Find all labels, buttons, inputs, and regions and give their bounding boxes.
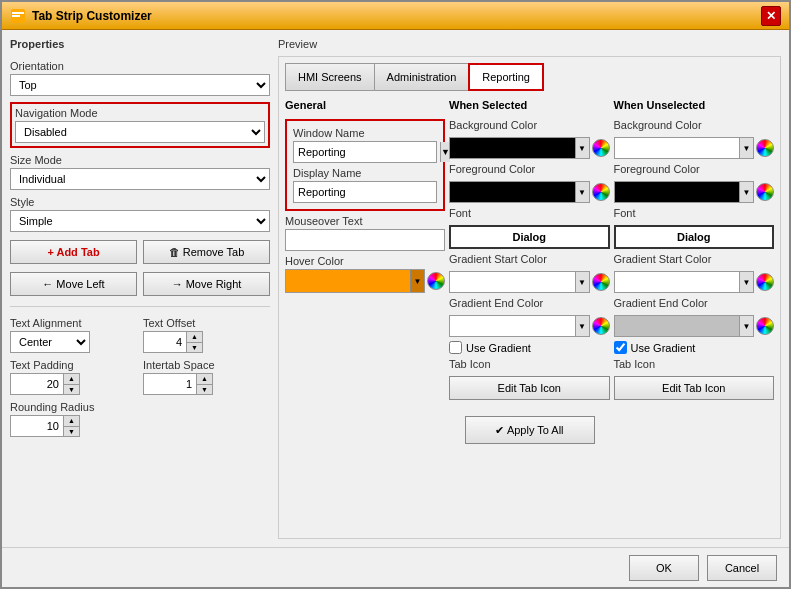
intertab-space-down[interactable]: ▼: [196, 385, 212, 395]
size-mode-select[interactable]: Individual: [10, 168, 270, 190]
unselected-bg-color-label: Background Color: [614, 119, 775, 131]
selected-grad-end-arrow[interactable]: ▼: [575, 316, 589, 336]
hover-color-label: Hover Color: [285, 255, 445, 267]
window-title: Tab Strip Customizer: [32, 9, 152, 23]
text-padding-up[interactable]: ▲: [63, 374, 79, 385]
text-alignment-select[interactable]: Center: [10, 331, 90, 353]
add-tab-button[interactable]: + Add Tab: [10, 240, 137, 264]
selected-edit-tab-icon-button[interactable]: Edit Tab Icon: [449, 376, 610, 400]
selected-bg-wheel[interactable]: [592, 139, 610, 157]
rounding-radius-input[interactable]: [11, 419, 63, 433]
general-section-title: General: [285, 99, 445, 111]
unselected-fg-wheel[interactable]: [756, 183, 774, 201]
selected-use-gradient-label: Use Gradient: [466, 342, 531, 354]
nav-mode-label: Navigation Mode: [15, 107, 265, 119]
mouseover-text-input[interactable]: [285, 229, 445, 251]
unselected-grad-end-arrow[interactable]: ▼: [739, 316, 753, 336]
display-name-label: Display Name: [293, 167, 437, 179]
rounding-radius-down[interactable]: ▼: [63, 427, 79, 437]
unselected-grad-start-wheel[interactable]: [756, 273, 774, 291]
unselected-use-gradient-label: Use Gradient: [631, 342, 696, 354]
tab-hmi-screens-label: HMI Screens: [298, 71, 362, 83]
close-button[interactable]: ✕: [761, 6, 781, 26]
hover-color-swatch: [286, 270, 410, 292]
move-left-button[interactable]: ← Move Left: [10, 272, 137, 296]
text-alignment-label: Text Alignment: [10, 317, 137, 329]
unselected-edit-tab-icon-button[interactable]: Edit Tab Icon: [614, 376, 775, 400]
cancel-button[interactable]: Cancel: [707, 555, 777, 581]
rounding-radius-up[interactable]: ▲: [63, 416, 79, 427]
selected-grad-start-swatch: [450, 272, 575, 292]
selected-font-button[interactable]: Dialog: [449, 225, 610, 249]
text-padding-input[interactable]: [11, 377, 63, 391]
text-offset-up[interactable]: ▲: [186, 332, 202, 343]
selected-fg-arrow[interactable]: ▼: [575, 182, 589, 202]
unselected-grad-end-swatch: [615, 316, 740, 336]
tab-administration[interactable]: Administration: [374, 63, 469, 91]
hover-color-arrow[interactable]: ▼: [410, 270, 424, 292]
selected-use-gradient-checkbox[interactable]: [449, 341, 462, 354]
orientation-select[interactable]: Top: [10, 74, 270, 96]
selected-tab-icon-label: Tab Icon: [449, 358, 610, 370]
move-right-button[interactable]: → Move Right: [143, 272, 270, 296]
nav-mode-select[interactable]: Disabled: [15, 121, 265, 143]
hover-color-wheel[interactable]: [427, 272, 445, 290]
tab-reporting-label: Reporting: [482, 71, 530, 83]
unselected-font-label: Font: [614, 207, 775, 219]
orientation-label: Orientation: [10, 60, 270, 72]
unselected-tab-icon-label: Tab Icon: [614, 358, 775, 370]
unselected-bg-wheel[interactable]: [756, 139, 774, 157]
intertab-space-input[interactable]: [144, 377, 196, 391]
intertab-space-up[interactable]: ▲: [196, 374, 212, 385]
tab-hmi-screens[interactable]: HMI Screens: [285, 63, 374, 91]
app-icon: [10, 8, 26, 24]
text-padding-label: Text Padding: [10, 359, 137, 371]
text-padding-down[interactable]: ▼: [63, 385, 79, 395]
svg-rect-1: [12, 12, 24, 14]
text-offset-input[interactable]: [144, 335, 186, 349]
text-offset-label: Text Offset: [143, 317, 270, 329]
ok-button[interactable]: OK: [629, 555, 699, 581]
unselected-bg-swatch: [615, 138, 740, 158]
unselected-gradient-start-label: Gradient Start Color: [614, 253, 775, 265]
selected-grad-start-arrow[interactable]: ▼: [575, 272, 589, 292]
tab-reporting[interactable]: Reporting: [468, 63, 544, 91]
selected-fg-swatch: [450, 182, 575, 202]
svg-rect-2: [12, 15, 20, 17]
selected-fg-wheel[interactable]: [592, 183, 610, 201]
selected-fg-color-label: Foreground Color: [449, 163, 610, 175]
selected-gradient-end-label: Gradient End Color: [449, 297, 610, 309]
preview-label: Preview: [278, 38, 781, 50]
window-name-label: Window Name: [293, 127, 437, 139]
unselected-font-button[interactable]: Dialog: [614, 225, 775, 249]
unselected-fg-arrow[interactable]: ▼: [739, 182, 753, 202]
remove-tab-button[interactable]: 🗑 Remove Tab: [143, 240, 270, 264]
unselected-gradient-end-label: Gradient End Color: [614, 297, 775, 309]
selected-bg-arrow[interactable]: ▼: [575, 138, 589, 158]
apply-to-all-button[interactable]: ✔ Apply To All: [465, 416, 595, 444]
tab-administration-label: Administration: [387, 71, 457, 83]
selected-grad-end-wheel[interactable]: [592, 317, 610, 335]
display-name-input[interactable]: [293, 181, 437, 203]
selected-bg-swatch: [450, 138, 575, 158]
rounding-radius-label: Rounding Radius: [10, 401, 270, 413]
style-select[interactable]: Simple: [10, 210, 270, 232]
unselected-bg-arrow[interactable]: ▼: [739, 138, 753, 158]
unselected-fg-color-label: Foreground Color: [614, 163, 775, 175]
unselected-use-gradient-checkbox[interactable]: [614, 341, 627, 354]
text-offset-down[interactable]: ▼: [186, 343, 202, 353]
window-name-input[interactable]: [294, 145, 440, 159]
unselected-grad-start-swatch: [615, 272, 740, 292]
intertab-space-label: Intertab Space: [143, 359, 270, 371]
unselected-grad-start-arrow[interactable]: ▼: [739, 272, 753, 292]
unselected-fg-swatch: [615, 182, 740, 202]
size-mode-label: Size Mode: [10, 154, 270, 166]
selected-gradient-start-label: Gradient Start Color: [449, 253, 610, 265]
when-selected-title: When Selected: [449, 99, 610, 111]
style-label: Style: [10, 196, 270, 208]
selected-font-label: Font: [449, 207, 610, 219]
unselected-grad-end-wheel[interactable]: [756, 317, 774, 335]
selected-grad-start-wheel[interactable]: [592, 273, 610, 291]
selected-grad-end-swatch: [450, 316, 575, 336]
selected-bg-color-label: Background Color: [449, 119, 610, 131]
